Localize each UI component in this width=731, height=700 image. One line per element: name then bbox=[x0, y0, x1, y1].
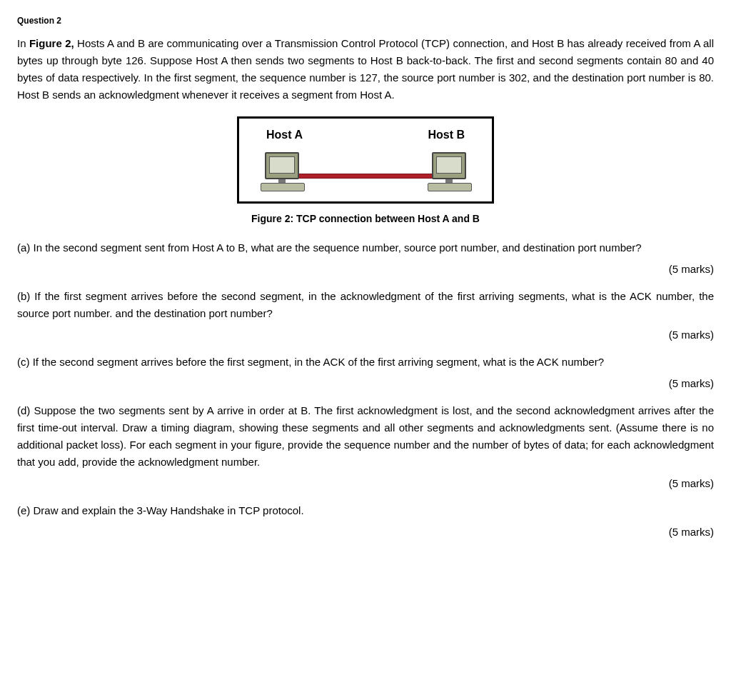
figure-caption: Figure 2: TCP connection between Host A … bbox=[17, 211, 714, 226]
figure-container: Host A Host B bbox=[17, 116, 714, 204]
part-e-text: (e) Draw and explain the 3-Way Handshake… bbox=[17, 502, 714, 519]
network-cable-icon bbox=[298, 174, 433, 179]
part-a-marks: (5 marks) bbox=[17, 261, 714, 278]
part-d-text: (d) Suppose the two segments sent by A a… bbox=[17, 402, 714, 471]
host-a-computer-icon bbox=[261, 152, 303, 191]
part-b-marks: (5 marks) bbox=[17, 326, 714, 344]
host-a-label: Host A bbox=[266, 126, 303, 144]
host-b-computer-icon bbox=[428, 152, 470, 191]
intro-rest: Hosts A and B are communicating over a T… bbox=[17, 37, 714, 101]
part-c-marks: (5 marks) bbox=[17, 375, 714, 392]
host-b-label: Host B bbox=[428, 126, 465, 144]
part-e-marks: (5 marks) bbox=[17, 524, 714, 541]
part-a-text: (a) In the second segment sent from Host… bbox=[17, 239, 714, 256]
part-b-text: (b) If the first segment arrives before … bbox=[17, 288, 714, 322]
part-d-marks: (5 marks) bbox=[17, 475, 714, 492]
question-intro: In Figure 2, Hosts A and B are communica… bbox=[17, 35, 714, 104]
figure-reference: Figure 2, bbox=[29, 37, 74, 49]
intro-prefix: In bbox=[17, 37, 29, 49]
question-label: Question 2 bbox=[17, 14, 714, 28]
part-c-text: (c) If the second segment arrives before… bbox=[17, 354, 714, 371]
figure-box: Host A Host B bbox=[237, 116, 494, 204]
